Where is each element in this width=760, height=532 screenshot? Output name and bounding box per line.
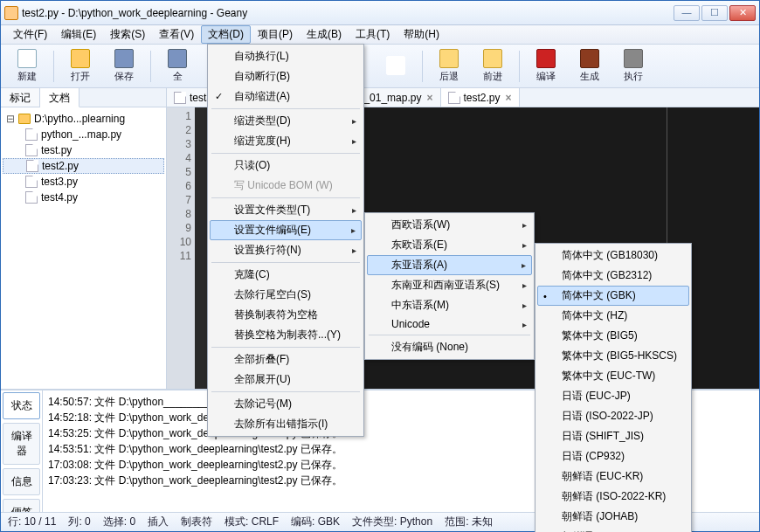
menu-item[interactable]: 项目(P) [251, 25, 300, 44]
bottom-tabs: 状态编译器信息便签 [1, 390, 43, 512]
menu-item[interactable]: 设置换行符(N)▸ [210, 240, 362, 260]
toolbar-button[interactable]: 打开 [59, 47, 101, 85]
close-button[interactable]: ✕ [729, 5, 756, 21]
menu-item[interactable]: 朝鲜语 (EUC-KR) [537, 466, 689, 487]
menu-item[interactable]: 东南亚和西南亚语系(S)▸ [367, 275, 532, 295]
status-mode: 模式: CRLF [225, 515, 279, 529]
file-icon [25, 176, 38, 188]
close-icon[interactable]: × [506, 92, 512, 104]
menu-item[interactable]: 东亚语系(A)▸ [367, 255, 532, 275]
menu-item[interactable]: 克隆(C) [210, 265, 362, 285]
toolbar-button[interactable]: 后退 [428, 47, 470, 85]
sidebar-tab[interactable]: 标记 [1, 88, 40, 107]
menu-item[interactable]: 去除记号(M) [210, 394, 362, 414]
menu-item[interactable]: 日语 (EUC-JP) [537, 386, 689, 406]
menu-item[interactable]: 帮助(H) [397, 25, 446, 44]
menu-item[interactable]: 去除所有出错指示(I) [210, 414, 362, 434]
menu-item[interactable]: 朝鲜语 (JOHAB) [537, 507, 689, 527]
document-menu[interactable]: 自动换行(L)自动断行(B)✓自动缩进(A)缩进类型(D)▸缩进宽度(H)▸只读… [207, 44, 364, 437]
toolbar-icon [439, 49, 459, 68]
menu-item[interactable]: 繁体中文 (EUC-TW) [537, 366, 689, 386]
sidebar-tabs: 标记文档 [1, 88, 166, 107]
menu-item[interactable]: 繁体中文 (BIG5-HKSCS) [537, 346, 689, 366]
status-ins: 插入 [148, 515, 169, 529]
status-line: 行: 10 / 11 [8, 515, 56, 529]
menu-item[interactable]: 文档(D) [201, 25, 251, 44]
tree-folder[interactable]: ⊟D:\pytho...plearning [3, 111, 164, 127]
toolbar-button[interactable]: 编译 [525, 47, 567, 85]
menu-item[interactable]: 查看(V) [152, 25, 201, 44]
toolbar: 新建打开保存全后退前进编译生成执行 [1, 45, 759, 88]
east-asian-menu[interactable]: 简体中文 (GB18030)简体中文 (GB2312)•简体中文 (GBK)简体… [535, 243, 692, 532]
menu-item[interactable]: 日语 (CP932) [537, 446, 689, 466]
editor-tab[interactable]: test2.py× [441, 88, 520, 107]
menu-item[interactable]: 全部折叠(F) [210, 349, 362, 370]
menu-item[interactable]: 简体中文 (GB18030) [537, 245, 689, 266]
bottom-tab[interactable]: 编译器 [3, 423, 40, 465]
menu-item[interactable]: 简体中文 (HZ) [537, 306, 689, 326]
toolbar-button[interactable]: 保存 [103, 47, 145, 85]
bottom-tab[interactable]: 状态 [3, 392, 40, 419]
window-title: test2.py - D:\python_work_deeplearning -… [22, 7, 674, 19]
menu-item[interactable]: Unicode▸ [367, 315, 532, 333]
menu-item[interactable]: 工具(T) [349, 25, 397, 44]
menu-item[interactable]: 去除行尾空白(S) [210, 285, 362, 305]
toolbar-button[interactable]: 前进 [472, 47, 514, 85]
tree-file[interactable]: test.py [3, 142, 164, 158]
menu-item[interactable]: 日语 (SHIFT_JIS) [537, 426, 689, 446]
encoding-menu[interactable]: 西欧语系(W)▸东欧语系(E)▸东亚语系(A)▸东南亚和西南亚语系(S)▸中东语… [364, 212, 535, 360]
toolbar-button[interactable]: 执行 [612, 47, 654, 85]
menu-item[interactable]: 替换空格为制表符...(Y) [210, 325, 362, 345]
menu-item[interactable]: 替换制表符为空格 [210, 305, 362, 325]
toolbar-button[interactable]: 新建 [6, 47, 48, 85]
tree-file[interactable]: test2.py [3, 158, 164, 174]
menu-item[interactable]: 缩进类型(D)▸ [210, 111, 362, 131]
minimize-button[interactable]: — [674, 5, 700, 21]
menu-item[interactable]: 缩进宽度(H)▸ [210, 131, 362, 151]
menu-item[interactable]: 只读(O) [210, 155, 362, 176]
status-tab: 制表符 [181, 515, 212, 529]
file-icon [26, 160, 38, 172]
sidebar-tab[interactable]: 文档 [40, 88, 79, 107]
bottom-tab[interactable]: 信息 [3, 468, 40, 495]
toolbar-icon [386, 56, 405, 75]
menu-item[interactable]: 自动换行(L) [210, 46, 362, 66]
menu-item[interactable]: 搜索(S) [103, 25, 152, 44]
file-icon [25, 144, 38, 156]
menu-item[interactable]: 繁体中文 (BIG5) [537, 326, 689, 346]
close-icon[interactable]: × [426, 92, 432, 104]
menu-item[interactable]: 日语 (ISO-2022-JP) [537, 406, 689, 426]
titlebar[interactable]: test2.py - D:\python_work_deeplearning -… [1, 1, 759, 25]
menu-item[interactable]: •简体中文 (GBK) [537, 286, 689, 306]
menu-item[interactable]: 朝鲜语 (UHC) [537, 527, 689, 532]
status-sel: 选择: 0 [103, 515, 135, 529]
menu-item[interactable]: 简体中文 (GB2312) [537, 266, 689, 286]
menu-item[interactable]: 西欧语系(W)▸ [367, 215, 532, 235]
menu-item[interactable]: 设置文件类型(T)▸ [210, 200, 362, 220]
tree-file[interactable]: test3.py [3, 174, 164, 190]
folder-icon [18, 114, 31, 124]
tree-file[interactable]: python_...map.py [3, 127, 164, 142]
menu-item[interactable]: 文件(F) [6, 25, 54, 44]
maximize-button[interactable]: ☐ [701, 5, 728, 21]
toolbar-button[interactable]: 全 [156, 47, 198, 85]
menu-item[interactable]: 中东语系(M)▸ [367, 295, 532, 315]
toolbar-button[interactable]: 生成 [569, 47, 611, 85]
menu-item[interactable]: 生成(B) [300, 25, 349, 44]
status-scope: 范围: 未知 [445, 515, 493, 529]
menu-item[interactable]: 编辑(E) [54, 25, 103, 44]
menu-item[interactable]: 没有编码 (None) [367, 337, 532, 357]
toolbar-button[interactable] [375, 54, 417, 79]
menu-item[interactable]: 朝鲜语 (ISO-2022-KR) [537, 487, 689, 507]
menu-item[interactable]: 写 Unicode BOM (W) [210, 176, 362, 196]
toolbar-icon [114, 49, 134, 68]
menu-item[interactable]: 东欧语系(E)▸ [367, 235, 532, 255]
app-icon [4, 6, 18, 20]
menu-item[interactable]: 设置文件编码(E)▸ [210, 220, 362, 240]
menu-item[interactable]: ✓自动缩进(A) [210, 86, 362, 107]
tree-file[interactable]: test4.py [3, 190, 164, 205]
toolbar-icon [624, 49, 643, 68]
menu-item[interactable]: 自动断行(B) [210, 66, 362, 86]
toolbar-icon [580, 49, 599, 68]
menu-item[interactable]: 全部展开(U) [210, 370, 362, 390]
